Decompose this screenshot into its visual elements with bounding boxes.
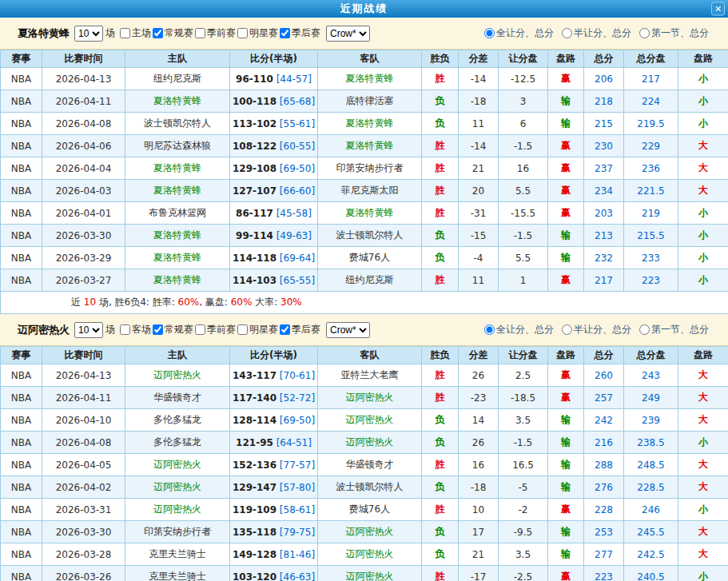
close-icon[interactable]: ✕: [711, 2, 725, 16]
radio-icon[interactable]: [484, 324, 495, 335]
sections-container: 夏洛特黄蜂10场主场常规赛季前赛明星赛季后赛Crow*全让分、总分半让分、总分第…: [0, 18, 728, 581]
full-score: 108-122: [233, 141, 276, 152]
date-cell: 2026-04-04: [42, 157, 125, 180]
radio-icon[interactable]: [639, 28, 650, 38]
total-points-cell: 203: [584, 202, 624, 225]
radio-icon[interactable]: [484, 28, 495, 38]
checkbox-icon[interactable]: [153, 28, 163, 38]
games-unit-label: 场: [105, 26, 115, 40]
league-cell: NBA: [1, 454, 42, 476]
checkbox-icon[interactable]: [195, 28, 205, 38]
handicap-line-cell: -1.5: [499, 432, 548, 454]
total-line-cell: 224: [624, 90, 678, 113]
result-cell: 胜: [422, 157, 459, 180]
ou-result-cell: 小: [678, 68, 728, 90]
half-score: [46-63]: [276, 571, 315, 581]
game-row: NBA2026-03-30夏洛特黄蜂99-114 [49-63]波士顿凯尔特人负…: [1, 225, 728, 247]
filter-checkbox[interactable]: 明星赛: [237, 26, 278, 40]
score-cell: 119-109 [58-61]: [230, 499, 318, 521]
away-team-cell: 夏洛特黄蜂: [318, 135, 422, 157]
result-cell: 负: [422, 543, 459, 566]
stat-mode-radio[interactable]: 半让分、总分: [562, 26, 631, 40]
total-line-cell: 240.5: [624, 566, 678, 581]
full-score: 128-114: [233, 415, 276, 426]
checkbox-icon[interactable]: [280, 28, 290, 38]
filter-checkbox[interactable]: 常规赛: [153, 26, 193, 40]
team-section: 夏洛特黄蜂10场主场常规赛季前赛明星赛季后赛Crow*全让分、总分半让分、总分第…: [0, 18, 728, 314]
result-cell: 负: [422, 409, 459, 432]
home-team-cell: 迈阿密热火: [125, 476, 230, 499]
game-row: NBA2026-03-28克里夫兰骑士149-128 [81-46]迈阿密热火负…: [1, 543, 728, 566]
ou-result-cell: 大: [678, 521, 728, 543]
radio-icon[interactable]: [562, 28, 572, 38]
league-cell: NBA: [1, 157, 42, 180]
checkbox-icon[interactable]: [120, 28, 130, 38]
score-cell: 143-117 [70-61]: [230, 364, 318, 387]
stat-mode-radio[interactable]: 第一节、总分: [639, 323, 709, 336]
radio-icon[interactable]: [562, 324, 572, 335]
score-cell: 135-118 [79-75]: [230, 521, 318, 543]
handicap-result-cell: 输: [548, 113, 584, 135]
column-header: 客队: [318, 347, 422, 364]
total-line-cell: 228.5: [624, 476, 678, 499]
date-cell: 2026-03-31: [42, 499, 125, 521]
checkbox-icon[interactable]: [153, 324, 163, 335]
game-row: NBA2026-03-30印第安纳步行者135-118 [79-75]迈阿密热火…: [1, 521, 728, 543]
games-count-select[interactable]: 10: [74, 322, 103, 338]
checkbox-icon[interactable]: [237, 324, 248, 335]
summary-row: 近 10 场, 胜6负4: 胜率: 60%, 赢盘: 60% 大率: 30%: [1, 292, 728, 314]
ou-result-cell: 大: [678, 180, 728, 202]
titlebar: 近期战绩 ✕: [0, 0, 728, 18]
handicap-line-cell: -18.5: [499, 387, 548, 409]
home-team-cell: 克里夫兰骑士: [125, 543, 230, 566]
column-header: 让分盘: [499, 50, 548, 68]
checkbox-label: 常规赛: [165, 26, 193, 40]
result-cell: 胜: [422, 454, 459, 476]
full-score: 86-117: [236, 208, 273, 219]
radio-icon[interactable]: [639, 324, 650, 335]
handicap-result-cell: 输: [548, 476, 584, 499]
games-count-select[interactable]: 10: [74, 26, 103, 42]
stat-mode-radio[interactable]: 第一节、总分: [639, 26, 709, 40]
date-cell: 2026-04-11: [42, 387, 125, 409]
total-points-cell: 288: [584, 454, 624, 476]
point-diff-cell: -31: [459, 202, 499, 225]
result-cell: 胜: [422, 68, 459, 90]
point-diff-cell: 21: [459, 157, 499, 180]
result-cell: 负: [422, 113, 459, 135]
checkbox-icon[interactable]: [280, 324, 290, 335]
checkbox-label: 明星赛: [249, 26, 278, 40]
total-points-cell: 213: [584, 225, 624, 247]
stat-mode-radio[interactable]: 全让分、总分: [484, 323, 554, 336]
total-points-cell: 217: [584, 269, 624, 292]
filter-checkbox[interactable]: 季前赛: [195, 26, 236, 40]
checkbox-icon[interactable]: [237, 28, 248, 38]
stat-mode-radio[interactable]: 半让分、总分: [562, 323, 631, 336]
half-score: [69-50]: [276, 163, 315, 174]
away-team-cell: 费城76人: [318, 247, 422, 269]
filter-checkbox[interactable]: 常规赛: [153, 323, 193, 336]
filter-checkbox[interactable]: 季前赛: [195, 323, 236, 336]
column-header: 盘路: [678, 50, 728, 68]
filter-checkbox[interactable]: 客场: [120, 323, 151, 336]
source-select[interactable]: Crow*: [326, 26, 370, 42]
home-team-cell: 波士顿凯尔特人: [125, 113, 230, 135]
source-select[interactable]: Crow*: [326, 322, 370, 338]
game-row: NBA2026-04-05迈阿密热火152-136 [77-57]华盛顿奇才胜1…: [1, 454, 728, 476]
home-team-cell: 夏洛特黄蜂: [125, 157, 230, 180]
checkbox-icon[interactable]: [195, 324, 205, 335]
team-name: 夏洛特黄蜂: [18, 26, 70, 41]
total-points-cell: 228: [584, 499, 624, 521]
game-row: NBA2026-03-27夏洛特黄蜂114-103 [65-55]纽约尼克斯胜1…: [1, 269, 728, 292]
handicap-result-cell: 赢: [548, 499, 584, 521]
result-cell: 负: [422, 90, 459, 113]
checkbox-icon[interactable]: [120, 324, 130, 335]
point-diff-cell: -14: [459, 135, 499, 157]
filter-checkbox[interactable]: 主场: [120, 26, 151, 40]
filter-checkbox[interactable]: 季后赛: [280, 26, 320, 40]
filter-checkbox[interactable]: 明星赛: [237, 323, 278, 336]
home-team-cell: 华盛顿奇才: [125, 387, 230, 409]
filter-checkbox[interactable]: 季后赛: [280, 323, 320, 336]
summary-text: , 赢盘:: [199, 296, 231, 308]
stat-mode-radio[interactable]: 全让分、总分: [484, 26, 554, 40]
